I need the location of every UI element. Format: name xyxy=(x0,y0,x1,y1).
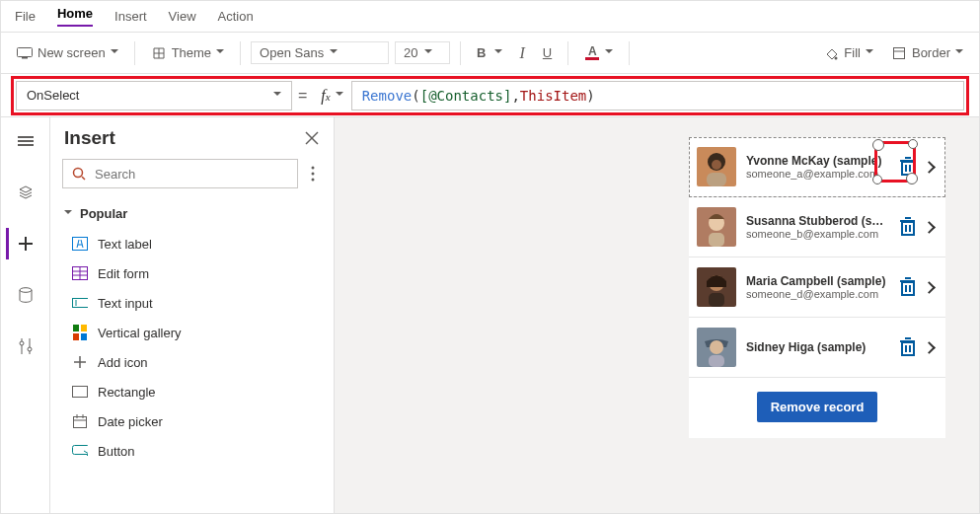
trash-icon[interactable] xyxy=(899,279,915,295)
trash-icon[interactable] xyxy=(899,339,915,355)
chevron-down-icon xyxy=(330,45,338,60)
screen-icon xyxy=(17,45,33,61)
menu-view[interactable]: View xyxy=(169,9,196,24)
gallery-row[interactable]: Yvonne McKay (sample) someone_a@example.… xyxy=(689,137,945,197)
contact-name: Yvonne McKay (sample) xyxy=(746,154,889,168)
chevron-right-icon[interactable] xyxy=(923,161,936,174)
border-label: Border xyxy=(912,45,950,60)
formula-input[interactable]: Remove ( [@Contacts] , ThisItem ) xyxy=(351,81,964,110)
more-icon[interactable] xyxy=(304,166,322,182)
gallery-row[interactable]: Maria Campbell (sample) someone_d@exampl… xyxy=(689,257,945,318)
remove-record-button[interactable]: Remove record xyxy=(757,392,878,422)
font-size-select[interactable]: 20 xyxy=(395,41,450,64)
svg-point-13 xyxy=(20,341,24,345)
separator xyxy=(567,41,568,65)
button-icon xyxy=(72,443,88,459)
insert-add-icon[interactable]: Add icon xyxy=(50,347,334,377)
insert-item-label: Text label xyxy=(98,237,152,252)
new-screen-button[interactable]: New screen xyxy=(11,41,124,65)
insert-item-label: Edit form xyxy=(98,266,149,281)
svg-rect-38 xyxy=(73,387,88,398)
fx-icon: fx xyxy=(321,87,330,105)
separator xyxy=(240,41,241,65)
left-rail xyxy=(1,117,50,513)
contact-email: someone_b@example.com xyxy=(746,228,889,240)
rail-settings-button[interactable] xyxy=(8,330,43,362)
svg-rect-60 xyxy=(709,293,724,307)
section-popular[interactable]: Popular xyxy=(50,198,334,229)
separator xyxy=(629,41,630,65)
theme-button[interactable]: Theme xyxy=(145,41,230,65)
svg-point-17 xyxy=(74,169,83,178)
fill-button[interactable]: Fill xyxy=(817,41,879,65)
chevron-down-icon xyxy=(336,88,343,103)
ribbon: New screen Theme Open Sans 20 B I U A Fi… xyxy=(1,33,979,74)
insert-date-picker[interactable]: Date picker xyxy=(50,406,334,436)
insert-button[interactable]: Button xyxy=(50,436,334,466)
svg-line-23 xyxy=(77,240,79,248)
contact-name: Sidney Higa (sample) xyxy=(746,340,889,354)
rail-tree-button[interactable] xyxy=(8,125,43,157)
sliders-icon xyxy=(18,338,34,354)
font-color-button[interactable]: A xyxy=(578,41,619,65)
chevron-right-icon[interactable] xyxy=(923,341,936,354)
rectangle-icon xyxy=(72,384,88,400)
menu-home[interactable]: Home xyxy=(57,6,93,27)
rail-layers-button[interactable] xyxy=(8,177,43,208)
contact-email: someone_d@example.com xyxy=(746,288,889,300)
underline-button[interactable]: U xyxy=(537,41,558,64)
svg-point-20 xyxy=(312,173,315,176)
selection-annotation xyxy=(874,141,916,183)
gallery-info: Sidney Higa (sample) xyxy=(746,340,889,354)
svg-rect-0 xyxy=(18,47,33,56)
canvas[interactable]: Yvonne McKay (sample) someone_a@example.… xyxy=(335,117,979,513)
svg-line-24 xyxy=(81,240,83,248)
gallery-row[interactable]: Susanna Stubberod (sample) someone_b@exa… xyxy=(689,197,945,257)
gallery-info: Yvonne McKay (sample) someone_a@example.… xyxy=(746,154,889,180)
svg-rect-22 xyxy=(73,238,88,251)
gallery-info: Susanna Stubberod (sample) someone_b@exa… xyxy=(746,214,889,240)
insert-vertical-gallery[interactable]: Vertical gallery xyxy=(50,318,334,347)
insert-panel: Insert Popular Text label Edit form Text… xyxy=(50,117,335,513)
chevron-right-icon[interactable] xyxy=(923,281,936,294)
font-color-icon: A xyxy=(584,45,600,61)
chevron-down-icon xyxy=(216,45,224,60)
border-button[interactable]: Border xyxy=(885,41,969,65)
insert-edit-form[interactable]: Edit form xyxy=(50,258,334,288)
avatar xyxy=(697,147,736,186)
gallery-row[interactable]: Sidney Higa (sample) xyxy=(689,318,945,378)
gallery-info: Maria Campbell (sample) someone_d@exampl… xyxy=(746,274,889,300)
chevron-right-icon[interactable] xyxy=(923,221,936,234)
rail-insert-button[interactable] xyxy=(6,228,41,259)
svg-rect-54 xyxy=(902,222,914,235)
gallery-control[interactable]: Yvonne McKay (sample) someone_a@example.… xyxy=(689,137,945,438)
close-icon[interactable] xyxy=(304,130,320,146)
italic-button[interactable]: I xyxy=(514,40,531,66)
insert-text-input[interactable]: Text input xyxy=(50,288,334,318)
menu-action[interactable]: Action xyxy=(218,9,254,24)
insert-list: Text label Edit form Text input Vertical… xyxy=(50,229,334,466)
chevron-down-icon xyxy=(111,45,118,60)
separator xyxy=(460,41,461,65)
svg-rect-68 xyxy=(902,342,914,355)
avatar xyxy=(697,328,736,367)
svg-rect-34 xyxy=(73,333,79,340)
insert-text-label[interactable]: Text label xyxy=(50,229,334,258)
rail-data-button[interactable] xyxy=(8,279,43,311)
menu-insert[interactable]: Insert xyxy=(114,9,147,24)
font-select[interactable]: Open Sans xyxy=(251,41,389,64)
trash-icon[interactable] xyxy=(899,219,915,235)
property-select[interactable]: OnSelect xyxy=(16,81,292,110)
svg-rect-46 xyxy=(707,173,726,186)
search-input[interactable] xyxy=(62,159,298,188)
menu-file[interactable]: File xyxy=(15,9,36,24)
bold-button[interactable]: B xyxy=(471,41,507,64)
insert-rectangle[interactable]: Rectangle xyxy=(50,377,334,406)
fx-button[interactable]: fx xyxy=(313,83,350,109)
svg-rect-33 xyxy=(81,325,87,331)
form-icon xyxy=(72,265,88,281)
theme-label: Theme xyxy=(172,45,211,60)
property-select-value: OnSelect xyxy=(27,88,79,103)
search-field[interactable] xyxy=(93,166,289,183)
svg-point-45 xyxy=(712,160,721,170)
